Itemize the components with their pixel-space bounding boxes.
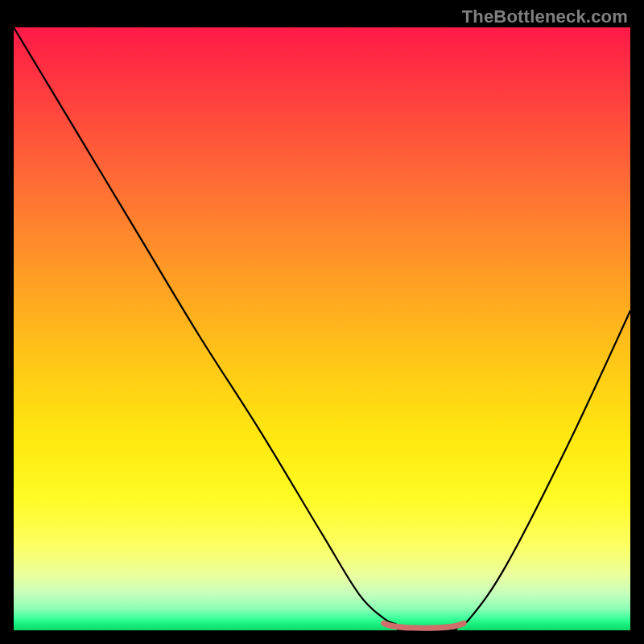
- plot-area: [14, 27, 630, 630]
- chart-frame: TheBottleneck.com: [0, 0, 644, 644]
- bottleneck-curve: [14, 27, 630, 630]
- watermark-label: TheBottleneck.com: [462, 6, 628, 27]
- curve-path: [14, 27, 630, 631]
- flat-min-segment: [384, 623, 464, 628]
